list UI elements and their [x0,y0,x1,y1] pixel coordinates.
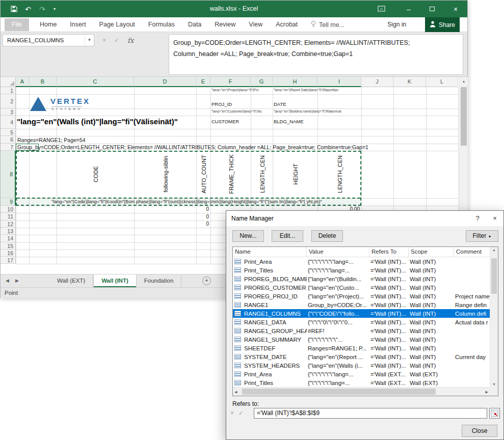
column-header-i[interactable]: I [317,77,361,87]
row-header-16[interactable]: 16 [1,250,16,257]
list-scroll-up-icon[interactable]: ▲ [490,248,498,252]
row-header-7[interactable]: 7 [1,144,16,151]
minimize-button[interactable]: – [397,1,420,17]
list-column-header-name[interactable]: Name [233,247,307,257]
cell-a6[interactable]: Ranges=RANGE1; Page=54 [17,137,86,143]
row-header-10[interactable]: 10 [1,206,16,213]
list-vertical-scrollbar[interactable]: ▲ ▼ [490,247,498,387]
row-header-3[interactable]: 3 [1,108,16,116]
cell-f3[interactable]: "lang="en"(Customer)|lang="fi"(As [211,109,271,113]
sheet-tab-wall-int-[interactable]: Wall (INT) [93,274,137,287]
row-header-8[interactable]: 8 [1,151,16,198]
list-scroll-down-icon[interactable]: ▼ [490,382,498,386]
scroll-thumb[interactable] [461,87,467,146]
column-header-h[interactable]: H [273,77,317,87]
name-row[interactable]: RANGE1_COLUMNS{"\"\"CODE\"\"follo...='Wa… [233,309,490,318]
list-column-header-scope[interactable]: Scope [409,247,454,257]
sheet-prev-icon[interactable]: ◀ [6,278,9,283]
cell-e11[interactable]: 0 [196,214,209,219]
ribbon-tab-page-layout[interactable]: Page Layout [93,17,142,32]
sheet-tab-foundation[interactable]: Foundation [137,274,182,287]
row-header-1[interactable]: 1 [1,87,16,94]
column-header-e[interactable]: E [196,77,210,87]
column-header-c[interactable]: C [57,77,134,87]
cell-a7[interactable]: Group_by=CODE;Order=LENGTH_CENTER; Eleme… [17,144,457,150]
cell-row9[interactable]: "lang="en"(Code)|lang="fi"(Koodi)n"(Bom … [51,199,384,204]
cell-a4[interactable]: "lang="en"(Walls (int)"|lang="fi"(Välise… [17,117,302,126]
row-header-11[interactable]: 11 [1,213,16,221]
dialog-title-bar[interactable]: Name Manager ? × [226,211,503,226]
name-row[interactable]: SYSTEM_DATE{"lang="en"(Report ...='Wall … [233,352,490,361]
name-row[interactable]: Print_Titles{"\"\"\"\"\"lang=...='Wall (… [233,266,490,274]
ribbon-tab-file[interactable]: File [5,18,29,31]
ribbon-tab-review[interactable]: Review [208,17,242,32]
ribbon-tab-home[interactable]: Home [33,17,63,32]
delete-button[interactable]: Delete [311,230,343,242]
formula-bar[interactable]: Group_by=CODE;Order=LENGTH_CENTER; Eleme… [169,34,463,75]
name-row[interactable]: Print_Area{"\"\"\"\"\"\"lang=...='Wall (… [233,257,490,266]
insert-function-icon[interactable]: fx [127,37,134,44]
close-button[interactable]: × [444,1,467,17]
refers-to-input[interactable]: ='Wall (INT)'!$A$8:$I$9 [254,408,487,419]
cell-e10[interactable]: 0 [196,206,209,212]
list-column-header-refers-to[interactable]: Refers To [369,247,409,257]
row-header-12[interactable]: 12 [1,221,16,228]
cell-f1[interactable]: "lang="en"(Project)|lang="fi"(Pro [211,88,271,92]
dialog-close-icon[interactable]: × [486,211,503,226]
column-header-a[interactable]: A [16,77,29,87]
column-header-k[interactable]: K [393,77,426,87]
row-header-15[interactable]: 15 [1,242,16,250]
help-icon[interactable]: ? [469,211,486,226]
list-hscroll-thumb[interactable] [242,389,436,395]
refers-check-icon[interactable]: ✓ [238,409,244,417]
row-header-2[interactable]: 2 [1,94,16,108]
list-scroll-left-icon[interactable]: ◀ [234,390,237,394]
list-scroll-right-icon[interactable]: ▶ [486,390,488,394]
cell-h1[interactable]: "lang="en"(Report Date)|lang="fi"(Raport… [274,88,360,92]
ribbon-tab-view[interactable]: View [242,17,269,32]
sign-in-link[interactable]: Sign in [387,17,406,32]
row-header-13[interactable]: 13 [1,228,16,235]
dialog-close-button[interactable]: Close [462,425,497,437]
new-sheet-button[interactable]: + [202,277,211,285]
name-row[interactable]: SHEETDEFRanges=RANGE1; P...='Wall (INT).… [233,344,490,352]
cell-f2[interactable]: PROJ_ID [211,101,232,107]
column-header-f[interactable]: F [210,77,251,87]
ribbon-tab-data[interactable]: Data [181,17,208,32]
name-box-dropdown-icon[interactable]: ▼ [85,35,94,46]
ribbon-tab-formulas[interactable]: Formulas [142,17,181,32]
list-horizontal-scrollbar[interactable]: ◀ ▶ [233,387,490,396]
row-header-6[interactable]: 6 [1,136,16,144]
ribbon-tab-insert[interactable]: Insert [63,17,92,32]
name-row[interactable]: PROREG_CUSTOMER{"lang="en"(Custo...='Wal… [233,283,490,292]
filter-button[interactable]: Filter ▼ [466,230,498,242]
list-scroll-thumb[interactable] [491,258,497,294]
range-selector-button[interactable] [489,408,500,419]
cell-e12[interactable]: 0 [196,221,209,227]
name-row[interactable]: RANGE1_SUMMARY{"\"\"\"\"\"\"\"...='Wall … [233,335,490,344]
select-all-corner[interactable] [1,77,16,87]
ribbon-display-options-icon[interactable] [372,1,391,17]
name-row[interactable]: RANGE1_DATA{"\"\"\"0\"\"0\"\"0...='Wall … [233,318,490,326]
cell-h2[interactable]: DATE [274,101,286,107]
name-box[interactable]: RANGE1_COLUMNS ▼ [3,34,94,46]
row-header-4[interactable]: 4 [1,116,16,129]
column-header-b[interactable]: B [29,77,57,87]
scroll-up-icon[interactable]: ▲ [460,77,468,86]
column-header-g[interactable]: G [251,77,273,87]
cell-h3[interactable]: "lang="en"(Building name)|lang="fi"(Rake… [274,109,360,113]
edit-button[interactable]: Edit... [272,230,303,242]
name-row[interactable]: SYSTEM_HEADERS{"lang="en"(Walls (i...='W… [233,361,490,370]
name-row[interactable]: PROREG_BLDG_NAME{"lang="en"(Buildin...='… [233,274,490,283]
tell-me-box[interactable]: Tell me... [310,17,344,32]
row-header-14[interactable]: 14 [1,235,16,242]
row-header-17[interactable]: 17 [1,257,16,264]
new-button[interactable]: New... [232,230,264,242]
name-row[interactable]: Print_Area{"\"\"\"\"\"\"lang=...='Wall (… [233,370,490,378]
cancel-icon[interactable]: × [102,37,106,44]
name-row[interactable]: Print_Titles{"\"\"\"\"\"lang=...='Wall (… [233,378,490,387]
column-header-l[interactable]: L [426,77,458,87]
list-column-header-value[interactable]: Value [307,247,369,257]
sheet-next-icon[interactable]: ▶ [15,278,19,283]
name-row[interactable]: RANGE1Group_by=CODE;Or...='Wall (INT)...… [233,300,490,309]
